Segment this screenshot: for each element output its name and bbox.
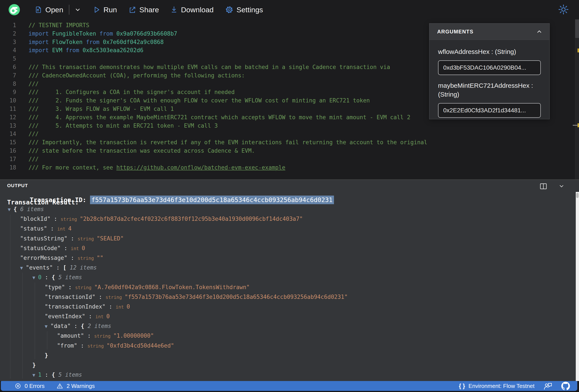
line-number: 10 [0,96,16,105]
token-key: "blockId" [20,216,51,222]
line-number: 8 [0,80,16,88]
collapse-output-chevron-icon[interactable] [558,183,565,190]
token-pn: : [77,342,87,349]
collapse-toggle[interactable]: ▼ [8,207,14,212]
code-line[interactable]: 15/// Importantly, the transaction is re… [0,138,579,147]
share-icon [128,6,137,14]
token-k: from [99,30,116,37]
download-icon [170,6,178,14]
line-number: 16 [0,147,16,155]
editor-scrollbar[interactable] [575,19,579,179]
line-number: 11 [0,105,16,113]
token-t: FlowToken [52,39,86,45]
environment-label: Environment: Flow Testnet [468,383,534,390]
token-st: "2b28cbfb87da2cfec4f0232c6f883f0f12c95b3… [80,216,303,222]
code-line-text: /// 4. Approves the example MaybeMintERC… [16,113,410,122]
token-c: /// 4. Approves the example MaybeMintERC… [28,114,410,120]
line-number: 2 [0,30,16,38]
code-line[interactable]: 18/// For more context, see https://gith… [0,164,579,172]
token-ty: string [106,295,125,300]
token-ix: 0 [38,274,42,280]
theme-toggle-button[interactable] [558,4,569,16]
code-link[interactable]: https://github.com/onflow/batched-evm-ex… [116,164,286,171]
share-label: Share [140,6,159,14]
token-pn: : [84,333,94,339]
feedback-icon[interactable] [544,382,552,390]
line-number: 14 [0,130,16,138]
token-pn: : [67,235,77,242]
token-key: "errorMessage" [20,255,67,261]
code-line-text: import EVM from 0x8c5303eaa26202d6 [16,46,143,55]
token-c: /// [28,156,39,162]
wflow-address-input[interactable] [438,60,541,75]
output-scrollbar[interactable] [576,192,579,381]
github-icon[interactable] [561,382,570,390]
code-line[interactable]: 14/// [0,130,579,138]
split-view-icon[interactable] [540,183,547,190]
status-bar: 0 Errors 2 Warnings { } Environment: Flo… [1,381,577,391]
line-number: 5 [0,55,16,63]
arguments-panel-header[interactable]: ARGUMENTS [430,23,549,40]
code-line-text: /// state before the transaction was exe… [16,147,255,155]
run-play-icon [93,6,100,14]
token-st: "1.00000000" [113,333,154,339]
open-label: Open [45,6,63,14]
output-scrollbar-thumb[interactable] [576,193,579,198]
download-label: Download [181,6,214,14]
toolbar: Open Run Share [0,0,579,19]
token-c: /// 5. Attempts to mint an ERC721 token … [28,122,218,129]
output-panel: OUTPUT Transaction ID: f557a1573b76aa53e… [0,180,579,381]
sun-icon [558,4,569,15]
collapse-toggle[interactable]: ▼ [32,275,38,280]
token-ix: 1 [38,372,42,378]
arguments-panel-body: wflowAddressHex : (String) maybeMintERC7… [430,40,549,124]
open-dropdown-button[interactable] [74,6,81,13]
json-line: "transactionId" : string "f557a1573b76aa… [0,292,573,302]
token-c: /// 2. Funds the signer's COA with enoug… [28,97,370,104]
run-button[interactable]: Run [93,6,117,14]
token-br: { [14,206,20,212]
flow-runner-app: Open Run Share [0,0,579,392]
editor-scrollbar-thumb[interactable] [575,19,579,38]
share-button[interactable]: Share [128,6,159,14]
toolbar-divider [69,5,69,15]
token-nm: 0 [127,303,130,310]
transaction-id-value[interactable]: f557a1573b76aa53e73d46f3e10d200d5c18a653… [90,196,334,204]
environment-status[interactable]: { } Environment: Flow Testnet [459,383,534,390]
line-number: 4 [0,46,16,55]
code-line-text: /// [16,155,39,164]
settings-button[interactable]: Settings [225,5,263,14]
token-ty: string [94,334,113,339]
error-circle-icon [15,383,21,389]
code-line-text: /// [16,130,39,138]
token-st: "f557a1573b76aa53e73d46f3e10d200d5c18a65… [125,294,348,300]
warnings-status[interactable]: 2 Warnings [57,383,95,390]
json-line: } [0,360,573,370]
chevron-up-icon[interactable] [536,28,543,35]
window-bottom-edge [0,391,579,392]
line-number: 9 [0,88,16,96]
open-button[interactable]: Open [35,6,63,14]
line-number: 7 [0,71,16,80]
collapse-toggle[interactable]: ▼ [20,265,26,271]
json-line: ▼ "data" : { 2 items [0,321,573,331]
code-line[interactable]: 16/// state before the transaction was e… [0,147,579,155]
maybe-mint-erc721-address-input[interactable] [438,103,541,118]
code-line[interactable]: 17/// [0,155,579,164]
token-st: "A.7e60df042a9c0868.FlowToken.TokensWith… [94,284,250,290]
json-line: "amount" : string "1.00000000" [0,331,573,341]
errors-status[interactable]: 0 Errors [15,383,45,390]
indent-guide [22,273,23,379]
line-number: 3 [0,38,16,46]
json-line: "errorMessage" : string "" [0,253,573,263]
code-line-text: /// This transaction demonstrates how mu… [16,63,390,71]
token-pn: : [51,216,61,222]
collapse-toggle[interactable]: ▼ [32,372,38,378]
code-line-text: /// [16,80,39,88]
token-ty: string [75,285,94,290]
collapse-toggle[interactable]: ▼ [45,324,51,329]
download-button[interactable]: Download [170,6,214,14]
token-c: /// state before the transaction was exe… [28,148,255,154]
token-c: /// Importantly, the transaction is reve… [28,139,427,146]
token-br: } [45,352,48,359]
